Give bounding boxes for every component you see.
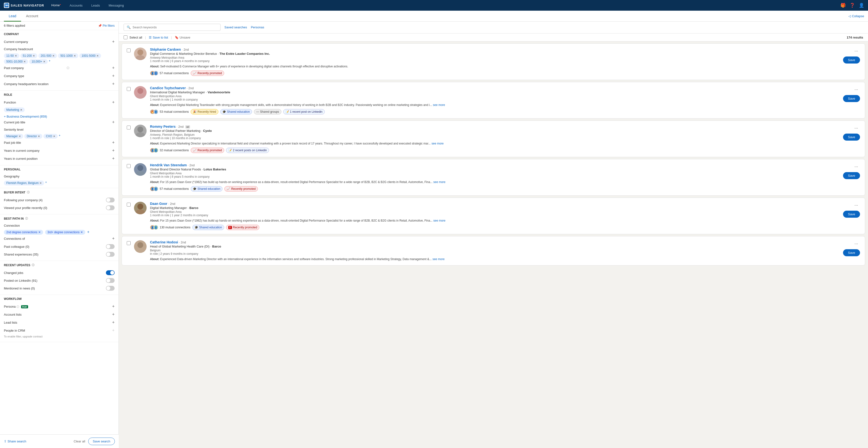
see-more-4[interactable]: see more (433, 219, 445, 222)
tag-2nd-degree[interactable]: 2nd degree connections ✕ (4, 230, 43, 235)
save-card-button-0[interactable]: Save (843, 57, 860, 63)
tag-marketing[interactable]: Marketing ✕ (4, 108, 25, 112)
see-more-3[interactable]: see more (433, 180, 445, 184)
save-card-button-4[interactable]: Save (843, 211, 860, 218)
tag-10000plus[interactable]: 10,000+ ✕ (29, 59, 48, 64)
current-company-filter[interactable]: Current company + (4, 38, 115, 46)
add-seniority-tag[interactable]: + (59, 134, 60, 139)
help-icon[interactable]: ❓ (849, 3, 855, 8)
save-card-button-3[interactable]: Save (843, 172, 860, 179)
biz-dev-link[interactable]: + Business Development (859) (4, 115, 47, 118)
recent-post-tag-1[interactable]: 📝 1 recent post on Linkedin (283, 109, 325, 114)
lead-lists-filter[interactable]: Lead lists + (4, 319, 115, 327)
years-current-position-add[interactable]: + (112, 156, 115, 161)
geography-filter[interactable]: Geography (4, 173, 115, 180)
tab-lead[interactable]: Lead (4, 11, 21, 22)
best-path-info[interactable]: ⓘ (25, 217, 28, 220)
recently-promoted-tag-0[interactable]: 📈 Recently promoted (191, 70, 224, 76)
tag-5001-10000[interactable]: 5001-10,000 ✕ (4, 59, 28, 64)
more-button-2[interactable]: ··· (852, 125, 860, 132)
nav-leads[interactable]: Leads (90, 3, 101, 8)
nav-messaging[interactable]: Messaging (107, 3, 125, 8)
recent-updates-info[interactable]: ⓘ (32, 263, 34, 267)
card-name-1[interactable]: Candice Tuytschaever (150, 86, 186, 90)
shared-experiences-toggle[interactable] (106, 252, 115, 257)
collapse-button[interactable]: ◁ Collapse (848, 14, 864, 18)
past-company-info[interactable]: ⓘ (67, 66, 69, 70)
past-colleague-toggle[interactable] (106, 244, 115, 249)
save-card-button-2[interactable]: Save (843, 133, 860, 141)
see-more-1[interactable]: see more (433, 103, 445, 107)
shared-edu-tag-1[interactable]: 🎓 Shared education (220, 109, 252, 114)
shared-edu-tag-3[interactable]: 🎓 Shared education (191, 186, 222, 191)
saved-searches-link[interactable]: Saved searches (224, 26, 247, 29)
tag-3rd-degree[interactable]: 3rd+ degree connections ✕ (45, 230, 85, 235)
viewed-profile-toggle[interactable] (106, 205, 115, 210)
card-checkbox-0[interactable] (127, 49, 131, 76)
card-name-4[interactable]: Daan Goor (150, 202, 167, 206)
connection-filter[interactable]: Connection (4, 222, 115, 229)
lead-lists-add[interactable]: + (112, 320, 115, 325)
company-headcount-filter[interactable]: Company headcount (4, 46, 115, 52)
recent-posts-tag-2[interactable]: 📝 2 recent posts on Linkedin (226, 148, 269, 153)
save-card-button-5[interactable]: Save (843, 249, 860, 256)
tag-501-1000[interactable]: 501-1000 ✕ (58, 53, 78, 58)
see-more-2[interactable]: see more (432, 142, 444, 145)
nav-home[interactable]: Home● (50, 2, 63, 8)
linkedin-logo[interactable]: SALES NAVIGATOR (4, 3, 44, 8)
add-geography-tag[interactable]: + (45, 181, 47, 185)
account-lists-add[interactable]: + (112, 312, 115, 317)
years-current-position-filter[interactable]: Years in current position + (4, 155, 115, 163)
past-company-add[interactable]: + (112, 65, 115, 70)
unsave-button[interactable]: 🔖 Unsave (175, 36, 190, 39)
card-name-0[interactable]: Stéphanie Cardoen (150, 48, 181, 51)
years-current-company-add[interactable]: + (112, 148, 115, 153)
past-company-filter[interactable]: Past company ⓘ + (4, 64, 115, 72)
persona-info[interactable]: ⓘ (17, 305, 19, 308)
nav-accounts[interactable]: Accounts (68, 3, 84, 8)
save-to-list-button[interactable]: ☰ Save to list (149, 36, 168, 39)
persona-filter[interactable]: Persona ⓘ true + (4, 303, 115, 310)
tag-11-50[interactable]: 11-50 ✕ (4, 53, 20, 58)
card-name-5[interactable]: Catherine Hodosi (150, 240, 178, 244)
connections-of-add[interactable]: + (112, 236, 115, 241)
recently-promoted-tag-2[interactable]: 📈 Recently promoted (191, 148, 224, 153)
search-input[interactable] (132, 26, 217, 29)
clear-all-button[interactable]: Clear all (74, 440, 85, 443)
card-name-2[interactable]: Rommy Peeters (150, 125, 176, 128)
tag-201-500[interactable]: 201-500 ✕ (38, 53, 57, 58)
current-job-title-add[interactable]: + (112, 120, 115, 125)
past-job-title-filter[interactable]: Past job title + (4, 139, 115, 147)
more-button-1[interactable]: ··· (852, 86, 860, 93)
card-name-3[interactable]: Hendrik Van Steendam (150, 163, 187, 167)
more-button-4[interactable]: ··· (852, 202, 860, 209)
tag-51-200[interactable]: 51-200 ✕ (20, 53, 37, 58)
select-all-checkbox[interactable] (124, 35, 127, 39)
gift-icon[interactable]: 🎁 (840, 3, 846, 8)
function-filter[interactable]: Function + (4, 98, 115, 107)
tab-account[interactable]: Account (21, 11, 43, 22)
more-button-5[interactable]: ··· (852, 240, 860, 247)
shared-groups-tag-1[interactable]: — Shared groups (254, 109, 281, 114)
buyer-intent-info[interactable]: ⓘ (27, 190, 30, 194)
add-connection-tag[interactable]: + (87, 230, 89, 234)
mentioned-news-toggle[interactable] (106, 286, 115, 291)
recently-promoted-tag-4[interactable]: B Recently promoted (226, 225, 259, 230)
tag-cxo[interactable]: CXO ✕ (43, 134, 58, 139)
save-card-button-1[interactable]: Save (843, 95, 860, 102)
function-add[interactable]: + (112, 100, 115, 105)
recently-hired-tag-1[interactable]: 🎉 Recently hired (191, 109, 218, 114)
more-button-0[interactable]: ··· (852, 48, 860, 55)
company-type-filter[interactable]: Company type + (4, 72, 115, 80)
recently-promoted-tag-3[interactable]: 📈 Recently promoted (224, 186, 258, 191)
shared-edu-tag-4[interactable]: 🎓 Shared education (192, 225, 224, 230)
select-all-label[interactable]: Select all (129, 36, 142, 39)
current-job-title-filter[interactable]: Current job title + (4, 118, 115, 126)
share-search-button[interactable]: ⇧ Share search (4, 440, 26, 443)
see-more-5[interactable]: see more (433, 258, 445, 261)
tag-director[interactable]: Director ✕ (24, 134, 42, 139)
current-company-add[interactable]: + (112, 39, 115, 44)
save-search-button[interactable]: Save search (88, 438, 115, 445)
personas-link[interactable]: Personas (251, 26, 264, 29)
account-lists-filter[interactable]: Account lists + (4, 310, 115, 319)
